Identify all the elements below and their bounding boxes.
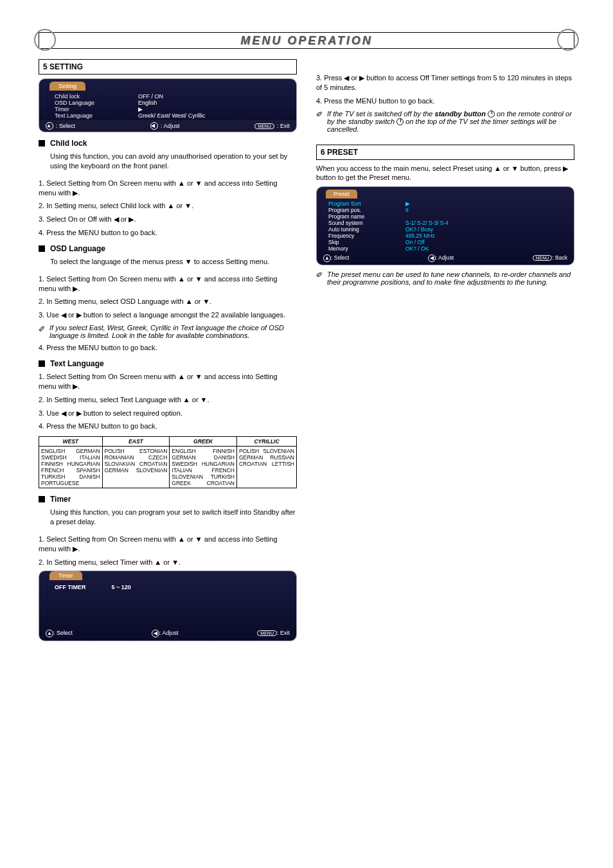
play-icon: ▶ — [138, 106, 143, 112]
osd-preset-tab: Preset — [326, 190, 357, 199]
osd-select: ▲: Select — [323, 254, 349, 262]
osd-preset-footer: ▲: Select ◀: Adjust MENU: Back — [317, 253, 574, 265]
osd-row: MemoryOK? / OK — [328, 245, 567, 252]
osd-lang-step1: 1. Select Setting from On Screen menu wi… — [39, 274, 297, 294]
menu-icon: MENU — [254, 123, 274, 129]
osd-lang-step2: 2. In Setting menu, select OSD Language … — [39, 297, 297, 306]
menu-icon: MENU — [257, 630, 277, 636]
right-column: 3. Press ◀ or ▶ button to access Off Tim… — [316, 54, 574, 641]
lang-pair: ROMANIANCZECH — [105, 454, 168, 461]
osd-select: ▲: Select — [46, 630, 73, 637]
osd-lang-note: ✎ If you select East, West, Greek, Cyril… — [39, 324, 297, 339]
osd-row: Program Sort▶ — [328, 200, 567, 207]
lang-pair: POLISHESTONIAN — [105, 448, 168, 454]
osd-lang-step4: 4. Press the MENU button to go back. — [39, 343, 297, 353]
osd-timer-body: OFF TIMER 5 ~ 120 — [39, 580, 296, 592]
lang-pair: GERMANRUSSIAN — [239, 454, 294, 461]
lang-pair: GERMANDANISH — [172, 454, 235, 461]
text-lang-title: Text Language — [50, 359, 104, 368]
text-lang-step3: 3. Use ◀ or ▶ button to select required … — [39, 409, 297, 418]
lang-pair: PORTUGUESE — [41, 480, 100, 486]
power-icon — [488, 111, 495, 118]
osd-setting-body: Child lockOFF / ON OSD LanguageEnglish T… — [39, 91, 296, 120]
child-lock-step3: 3. Select On or Off with ◀ or ▶. — [39, 215, 297, 224]
osd-adjust: ◀: Adjust — [428, 254, 454, 262]
power-icon — [396, 118, 404, 125]
square-bullet-icon — [39, 140, 45, 146]
text-lang-title-row: Text Language — [39, 359, 297, 368]
timer-note: ✎ If the TV set is switched off by the s… — [316, 110, 574, 133]
osd-row: Frequency495.25 MHz — [328, 233, 567, 239]
osd-setting-panel: Setting Child lockOFF / ON OSD LanguageE… — [39, 78, 297, 132]
osd-row: Auto tunningOK? / Busy — [328, 226, 567, 233]
th-cyrillic: CYRILLIC — [236, 437, 296, 447]
timer-step1: 1. Select Setting from On Screen menu wi… — [39, 535, 297, 554]
square-bullet-icon — [39, 245, 45, 252]
osd-footer: ▲: Select ◀: Adjust MENU: Exit — [39, 120, 296, 132]
osd-row: OSD LanguageEnglish — [55, 100, 289, 106]
osd-row: SkipOn / Off — [328, 239, 567, 245]
osd-row: Program name — [328, 213, 567, 220]
osd-lang-title-row: OSD Language To select the language of t… — [39, 244, 297, 270]
nav-updown-icon: ▲ — [46, 122, 53, 130]
osd-timer-footer: ▲: Select ◀: Adjust MENU: Exit — [39, 628, 296, 639]
osd-lang-step3: 3. Use ◀ or ▶ button to select a languag… — [39, 310, 297, 320]
page-title: MENU OPERATION — [240, 34, 373, 48]
language-table: WEST EAST GREEK CYRILLIC ENGLISHGERMANSW… — [39, 436, 297, 488]
text-lang-step4: 4. Press the MENU button to go back. — [39, 421, 297, 431]
timer-step2: 2. In Setting menu, select Timer with ▲ … — [39, 558, 297, 567]
osd-row: Sound systemS-1/ S-2/ S-3/ S-4 — [328, 220, 567, 226]
th-west: WEST — [39, 437, 103, 447]
lang-pair: ENGLISHGERMAN — [41, 448, 100, 454]
osd-row: Timer▶ — [55, 106, 289, 112]
pencil-icon: ✎ — [315, 272, 324, 279]
nav-updown-icon: ▲ — [323, 254, 331, 262]
title-circle-left — [34, 29, 56, 51]
osd-setting-tab: Setting — [49, 82, 85, 91]
square-bullet-icon — [39, 496, 45, 502]
timer-title-row: Timer Using this function, you can progr… — [39, 495, 297, 531]
pencil-icon: ✎ — [315, 111, 324, 118]
text-lang-step1: 1. Select Setting from On Screen menu wi… — [39, 372, 297, 391]
timer-title: Timer — [50, 495, 297, 504]
lang-pair: POLISHSLOVENIAN — [239, 448, 294, 454]
lang-pair: FRENCHSPANISH — [41, 467, 100, 474]
timer-step4: 4. Press the MENU button to go back. — [316, 96, 574, 106]
osd-lang-p1: To select the language of the menus pres… — [50, 257, 269, 267]
lang-pair: FINNISHHUNGARIAN — [41, 461, 100, 467]
lang-pair: SLOVENIANTURKISH — [172, 474, 235, 480]
lang-pair: GERMANSLOVENIAN — [105, 467, 168, 474]
nav-leftright-icon: ◀ — [428, 254, 436, 262]
child-lock-step1: 1. Select Setting from On Screen menu wi… — [39, 179, 297, 198]
play-icon: ▶ — [405, 200, 410, 207]
pencil-icon: ✎ — [37, 325, 47, 332]
osd-row: Text LanguageGreek/ East/ West/ Cyrillic — [55, 112, 289, 119]
page-title-bar: MENU OPERATION — [39, 32, 574, 49]
menu-icon: MENU — [533, 255, 553, 261]
osd-back: MENU: Back — [533, 254, 567, 262]
osd-select: ▲: Select — [46, 122, 75, 130]
preset-note: ✎ The preset menu can be used to tune ne… — [316, 270, 574, 286]
nav-leftright-icon: ◀ — [152, 630, 159, 637]
nav-leftright-icon: ◀ — [150, 122, 158, 130]
lang-pair: SWEDISHHUNGARIAN — [172, 461, 235, 467]
th-greek: GREEK — [170, 437, 237, 447]
lang-pair: SLOVAKIANCROATIAN — [105, 461, 168, 467]
osd-lang-title: OSD Language — [50, 244, 269, 253]
child-lock-title: Child lock — [50, 139, 297, 148]
lang-pair: TURKISHDANISH — [41, 474, 100, 480]
td-west: ENGLISHGERMANSWEDISHITALIANFINNISHHUNGAR… — [39, 447, 103, 488]
timer-step3: 3. Press ◀ or ▶ button to access Off Tim… — [316, 73, 574, 93]
osd-preset-body: Program Sort▶ Program pos.6 Program name… — [317, 199, 574, 253]
td-greek: ENGLISHFINNISHGERMANDANISHSWEDISHHUNGARI… — [170, 447, 237, 488]
td-cyrillic: POLISHSLOVENIANGERMANRUSSIANCROATIANLETT… — [236, 447, 296, 488]
osd-preset-panel: Preset Program Sort▶ Program pos.6 Progr… — [316, 186, 574, 265]
osd-exit: MENU: Exit — [254, 122, 290, 130]
child-lock-step2: 2. In Setting menu, select Child lock wi… — [39, 201, 297, 211]
lang-pair: ITALIANFRENCH — [172, 467, 235, 474]
preset-p1: When you access to the main menu, select… — [316, 164, 574, 183]
osd-adjust: ◀: Adjust — [152, 630, 179, 637]
section-preset-header: 6 PRESET — [316, 145, 574, 160]
lang-pair: GREEKCROATIAN — [172, 480, 235, 486]
child-lock-title-row: Child lock Using this function, you can … — [39, 139, 297, 175]
